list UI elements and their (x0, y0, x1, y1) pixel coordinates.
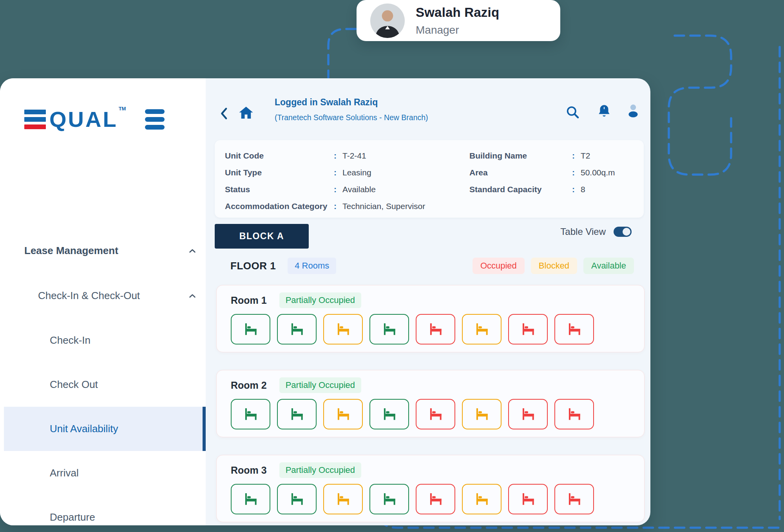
search-button[interactable] (565, 105, 580, 121)
sidebar-item-label: Check Out (50, 379, 98, 391)
search-icon (565, 105, 580, 120)
app-window: QUAL TM Lease Management Check-In & Chec… (0, 78, 650, 525)
avatar (370, 4, 405, 38)
bed-blocked[interactable] (323, 399, 363, 429)
sidebar-subsection-label: Check-In & Check-Out (38, 290, 140, 302)
trademark-symbol: TM (119, 106, 126, 112)
info-value: Leasing (342, 168, 371, 177)
sidebar-item-arrival[interactable]: Arrival (0, 451, 206, 495)
bed-available[interactable] (231, 314, 270, 344)
bed-occupied[interactable] (416, 484, 455, 514)
bed-available[interactable] (231, 399, 270, 429)
sidebar-item-check-out[interactable]: Check Out (0, 362, 206, 407)
info-row-building-name: Building Name:T2 (469, 147, 638, 164)
bed-icon (473, 321, 491, 337)
bed-available[interactable] (369, 314, 409, 344)
bed-icon (242, 321, 260, 337)
bed-available[interactable] (277, 314, 317, 344)
bed-occupied[interactable] (508, 314, 548, 344)
info-row-unit-code: Unit Code:T-2-41 (225, 147, 444, 164)
bed-occupied[interactable] (416, 314, 455, 344)
user-role: Manager (416, 24, 499, 36)
sidebar-subsection-checkin-checkout[interactable]: Check-In & Check-Out (38, 290, 198, 302)
sidebar-item-label: Arrival (50, 467, 79, 479)
info-label: Accommodation Category (225, 202, 334, 211)
room-status-badge: Partially Occupied (279, 377, 361, 393)
equal-logo-e-icon (24, 110, 46, 129)
sidebar-item-label: Check-In (50, 334, 91, 346)
info-row-status: Status:Available (225, 181, 444, 198)
chevron-left-icon (217, 106, 232, 121)
sidebar-item-departure[interactable]: Departure (0, 495, 206, 525)
sidebar-section-lease-management[interactable]: Lease Management (24, 245, 198, 257)
info-label: Area (469, 168, 572, 177)
menu-icon[interactable] (145, 109, 165, 130)
room-header: Room 3Partially Occupied (231, 462, 644, 478)
bed-available[interactable] (369, 399, 409, 429)
room-card-room-2: Room 2Partially Occupied (216, 370, 645, 437)
legend-occupied: Occupied (473, 258, 525, 274)
bed-occupied[interactable] (508, 399, 548, 429)
room-name: Room 2 (231, 380, 267, 391)
notifications-button[interactable] (596, 103, 612, 121)
page-subtitle: (Tranetech Software Solutions - New Bran… (275, 113, 428, 122)
bed-blocked[interactable] (462, 399, 502, 429)
home-icon (238, 105, 254, 121)
person-icon (625, 103, 641, 119)
back-button[interactable] (217, 106, 232, 123)
unit-info-card: Unit Code:T-2-41Unit Type:LeasingStatus:… (215, 140, 644, 218)
info-colon: : (572, 151, 581, 161)
bed-icon (380, 491, 398, 507)
room-header: Room 2Partially Occupied (231, 377, 644, 393)
floor-label: FLOOR 1 (230, 260, 276, 272)
bed-icon (519, 491, 537, 507)
room-card-room-3: Room 3Partially Occupied (216, 455, 645, 522)
bed-available[interactable] (231, 484, 270, 514)
toggle-knob (623, 228, 630, 236)
bed-occupied[interactable] (554, 399, 594, 429)
bed-available[interactable] (369, 484, 409, 514)
brand-wordmark: QUAL (49, 108, 118, 130)
room-name: Room 1 (231, 295, 267, 306)
bed-icon (565, 406, 583, 422)
legend-available: Available (583, 258, 634, 274)
info-colon: : (572, 185, 581, 194)
bed-blocked[interactable] (323, 314, 363, 344)
info-value: 8 (581, 185, 585, 194)
bed-available[interactable] (277, 484, 317, 514)
bed-blocked[interactable] (323, 484, 363, 514)
user-name: Swalah Raziq (416, 5, 499, 20)
info-value: 50.00q.m (581, 168, 615, 177)
info-row-area: Area:50.00q.m (469, 164, 638, 181)
bed-available[interactable] (277, 399, 317, 429)
profile-button[interactable] (625, 103, 641, 120)
bed-occupied[interactable] (554, 314, 594, 344)
bed-icon (242, 491, 260, 507)
sidebar-menu: Check-InCheck OutUnit AvailabilityArriva… (0, 318, 206, 525)
table-view-toggle[interactable] (614, 227, 632, 237)
bed-occupied[interactable] (416, 399, 455, 429)
bed-blocked[interactable] (462, 314, 502, 344)
sidebar-item-label: Unit Availability (50, 423, 118, 435)
bed-icon (565, 321, 583, 337)
bed-icon (334, 406, 352, 422)
bed-occupied[interactable] (554, 484, 594, 514)
chevron-up-icon (187, 290, 198, 301)
table-view-label: Table View (560, 226, 606, 237)
bed-occupied[interactable] (508, 484, 548, 514)
sidebar-section-label: Lease Management (24, 245, 118, 257)
info-value: T-2-41 (342, 151, 366, 161)
sidebar-item-check-in[interactable]: Check-In (0, 318, 206, 362)
bed-blocked[interactable] (462, 484, 502, 514)
info-colon: : (334, 168, 342, 177)
info-value: T2 (581, 151, 590, 161)
block-a-button[interactable]: BLOCK A (215, 224, 309, 249)
sidebar-item-unit-availability[interactable]: Unit Availability (4, 407, 206, 451)
unit-info-left-column: Unit Code:T-2-41Unit Type:LeasingStatus:… (225, 147, 444, 215)
status-legend: OccupiedBlockedAvailable (473, 258, 634, 274)
rooms-list: Room 1Partially OccupiedRoom 2Partially … (216, 285, 645, 522)
chevron-up-icon (187, 245, 198, 256)
info-row-accommodation-category: Accommodation Category:Technician, Super… (225, 198, 444, 215)
info-colon: : (334, 151, 342, 161)
home-button[interactable] (238, 105, 254, 123)
